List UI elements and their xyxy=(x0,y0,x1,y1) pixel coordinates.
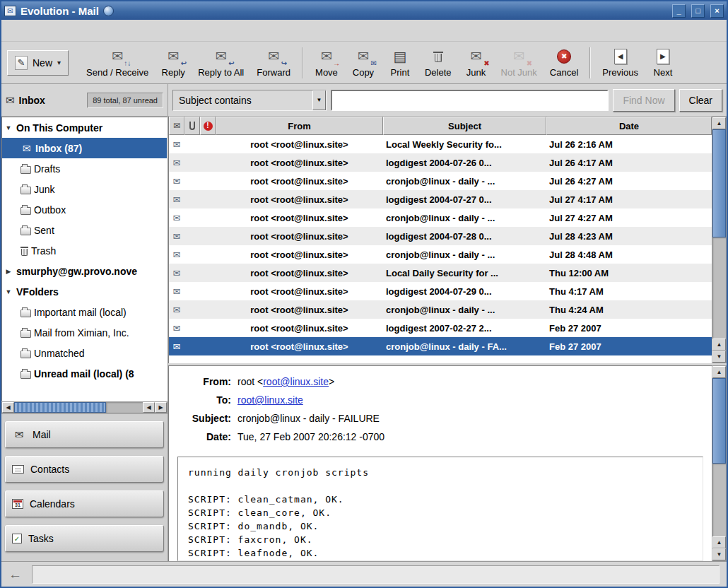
priority-column-header[interactable]: ! xyxy=(200,117,216,135)
new-button[interactable]: ✎ New ▾ xyxy=(7,50,69,76)
folder-tree-item[interactable]: Unread mail (local) (8 xyxy=(2,363,167,384)
toolbar-button-iconwrap: ✉↩ xyxy=(163,48,183,65)
toolbar-button[interactable]: ✉✖ Not Junk xyxy=(495,44,544,82)
mail-row[interactable]: ✉ root <root@linux.site> cronjob@linux -… xyxy=(169,245,712,264)
mail-row[interactable]: ✉ root <root@linux.site> Local Weekly Se… xyxy=(169,135,712,153)
menu-item[interactable] xyxy=(90,27,105,34)
expander-icon[interactable]: ▶ xyxy=(4,268,13,275)
toolbar-button[interactable]: ✉↪ Forward xyxy=(250,44,297,82)
toolbar-button[interactable]: ◀ Previous xyxy=(596,44,645,82)
toolbar-icon-badge: ✉ xyxy=(371,59,377,67)
subject-cell: logdigest 2007-02-27 2... xyxy=(383,323,546,334)
expander-icon[interactable]: ▼ xyxy=(4,288,13,295)
mail-row[interactable]: ✉ root <root@linux.site> cronjob@linux -… xyxy=(169,172,712,190)
toolbar-button[interactable]: ✉↑↓ Send / Receive xyxy=(80,44,155,82)
folder-tree-item[interactable]: Drafts xyxy=(2,158,167,179)
folder-tree-item[interactable]: Trash xyxy=(2,240,167,261)
message-list-scrollbar[interactable]: ▲ ▲ ▼ xyxy=(712,117,727,363)
menu-item[interactable] xyxy=(6,27,20,34)
expander-icon[interactable]: ▼ xyxy=(4,124,13,131)
scrollbar-track[interactable] xyxy=(712,464,726,536)
toolbar-button[interactable]: ✉→ Move xyxy=(308,44,345,82)
mail-row[interactable]: ✉ root <root@linux.site> logdigest 2004-… xyxy=(169,190,712,208)
toolbar-button[interactable]: ✖ Cancel xyxy=(544,44,585,82)
preview-scrollbar[interactable]: ▲ ▲ ▼ xyxy=(712,365,727,561)
maximize-button[interactable]: □ xyxy=(691,4,705,18)
folder-tree-item[interactable]: ▼ VFolders xyxy=(2,281,167,302)
menu-item[interactable] xyxy=(20,27,34,34)
folder-tree-item[interactable]: Important mail (local) xyxy=(2,302,167,322)
folder-tree-item[interactable]: Sent xyxy=(2,220,167,240)
dropdown-arrow-icon[interactable]: ▼ xyxy=(312,90,326,110)
mail-row[interactable]: ✉ root <root@linux.site> Local Daily Sec… xyxy=(169,264,712,282)
scrollbar-thumb[interactable] xyxy=(712,129,726,237)
date-label: Date: xyxy=(177,431,231,442)
to-address-link[interactable]: root@linux.site xyxy=(237,394,303,406)
mail-row[interactable]: ✉ root <root@linux.site> cronjob@linux -… xyxy=(169,208,712,227)
scroll-left-icon[interactable]: ◀ xyxy=(143,402,155,413)
toolbar-button[interactable]: ✉↩ Reply to All xyxy=(192,44,250,82)
scroll-down-icon[interactable]: ▼ xyxy=(712,351,726,363)
toolbar-button-iconwrap: ✉✖ xyxy=(466,48,486,65)
read-column-header[interactable]: ✉ xyxy=(169,117,184,135)
toolbar-button[interactable]: ✉✖ Junk xyxy=(458,44,495,82)
filter-dropdown[interactable]: Subject contains ▼ xyxy=(172,90,327,111)
close-button[interactable]: × xyxy=(710,4,724,18)
menu-item[interactable] xyxy=(62,27,76,34)
toolbar-icon-badge: → xyxy=(333,59,340,67)
folder-tree-item[interactable]: Junk xyxy=(2,179,167,199)
mail-row[interactable]: ✉ root <root@linux.site> cronjob@linux -… xyxy=(169,337,712,355)
scrollbar-thumb[interactable] xyxy=(14,402,106,413)
mail-row[interactable]: ✉ root <root@linux.site> logdigest 2004-… xyxy=(169,282,712,300)
scroll-up-icon[interactable]: ▲ xyxy=(712,117,726,129)
scrollbar-thumb[interactable] xyxy=(712,378,726,464)
toolbar-button[interactable]: ✉✉ Copy xyxy=(345,44,382,82)
scroll-left-icon[interactable]: ◀ xyxy=(2,402,14,413)
scroll-up-icon[interactable]: ▲ xyxy=(712,339,726,351)
menu-item[interactable] xyxy=(34,27,48,34)
scroll-down-icon[interactable]: ▼ xyxy=(712,548,726,560)
folder-tree-item[interactable]: Unmatched xyxy=(2,343,167,363)
find-now-button[interactable]: Find Now xyxy=(613,89,674,112)
left-arrow-icon[interactable]: ← xyxy=(8,567,22,582)
menu-item[interactable] xyxy=(76,27,90,34)
toolbar-button[interactable]: ▤ Print xyxy=(382,44,418,82)
switcher-button[interactable]: 31 Calendars xyxy=(5,490,164,517)
toolbar-button-label: Move xyxy=(315,67,338,78)
folder-tree-item[interactable]: ▶ smurphy@gw.provo.nove xyxy=(2,261,167,281)
mail-row[interactable]: ✉ root <root@linux.site> cronjob@linux -… xyxy=(169,300,712,319)
subject-column-header[interactable]: Subject xyxy=(383,117,546,135)
scroll-up-icon[interactable]: ▲ xyxy=(712,366,726,378)
minimize-button[interactable]: _ xyxy=(672,4,686,18)
toolbar-button[interactable]: Delete xyxy=(418,44,458,82)
from-column-header[interactable]: From xyxy=(216,117,383,135)
folder-tree-item[interactable]: ▼ On This Computer xyxy=(2,117,167,138)
date-column-header[interactable]: Date xyxy=(546,117,712,135)
scrollbar-track[interactable] xyxy=(106,402,143,413)
scroll-right-icon[interactable]: ▶ xyxy=(155,402,167,413)
mail-row[interactable]: ✉ root <root@linux.site> logdigest 2007-… xyxy=(169,319,712,337)
switcher-button[interactable]: Contacts xyxy=(5,456,164,483)
menu-item[interactable] xyxy=(48,27,62,34)
switcher-label: Tasks xyxy=(28,533,54,544)
mail-row[interactable]: ✉ root <root@linux.site> logdigest 2004-… xyxy=(169,153,712,172)
toolbar-button[interactable]: ✉↩ Reply xyxy=(155,44,192,82)
attachment-column-header[interactable] xyxy=(184,117,200,135)
sidebar-horizontal-scrollbar[interactable]: ◀ ◀ ▶ xyxy=(1,401,168,413)
search-input[interactable] xyxy=(331,90,609,111)
scroll-up-icon[interactable]: ▲ xyxy=(712,536,726,548)
date-cell: Thu 12:00 AM xyxy=(546,268,712,278)
from-cell: root <root@linux.site> xyxy=(216,323,383,334)
from-address-link[interactable]: root@linux.site xyxy=(263,376,329,387)
scrollbar-track[interactable] xyxy=(712,237,726,339)
read-status-cell: ✉ xyxy=(169,341,184,352)
clear-button[interactable]: Clear xyxy=(679,89,722,112)
switcher-button[interactable]: ✓ Tasks xyxy=(5,525,164,552)
sidebar: ✉ Inbox 89 total, 87 unread ▼ On This Co… xyxy=(1,84,168,561)
toolbar-button[interactable]: ▶ Next xyxy=(645,44,681,82)
folder-tree-item[interactable]: Mail from Ximian, Inc. xyxy=(2,322,167,343)
mail-row[interactable]: ✉ root <root@linux.site> logdigest 2004-… xyxy=(169,227,712,245)
folder-tree-item[interactable]: Outbox xyxy=(2,199,167,220)
switcher-button[interactable]: ✉ Mail xyxy=(5,421,164,448)
folder-tree-item[interactable]: Inbox (87) xyxy=(2,138,167,158)
